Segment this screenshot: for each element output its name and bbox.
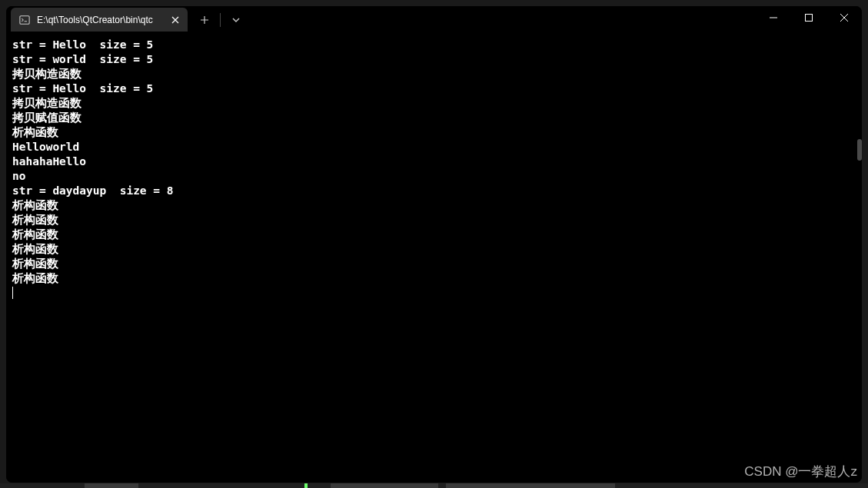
terminal-line: 析构函数 bbox=[12, 257, 856, 271]
taskbar-segment bbox=[85, 483, 138, 488]
svg-rect-1 bbox=[806, 15, 813, 22]
scrollbar-thumb[interactable] bbox=[857, 139, 862, 161]
terminal-line: 析构函数 bbox=[12, 271, 856, 286]
terminal-line: Helloworld bbox=[12, 140, 856, 154]
terminal-line: hahahaHello bbox=[12, 154, 856, 169]
maximize-button[interactable] bbox=[791, 6, 826, 29]
divider bbox=[220, 13, 221, 27]
terminal-line: 拷贝赋值函数 bbox=[12, 111, 856, 125]
tab-area: E:\qt\Tools\QtCreator\bin\qtc bbox=[6, 6, 253, 32]
titlebar: E:\qt\Tools\QtCreator\bin\qtc bbox=[6, 6, 862, 32]
close-tab-button[interactable] bbox=[169, 14, 181, 26]
terminal-line: str = daydayup size = 8 bbox=[12, 184, 856, 198]
taskbar-segment bbox=[446, 483, 615, 488]
terminal-line: 拷贝构造函数 bbox=[12, 67, 856, 81]
terminal-line: str = world size = 5 bbox=[12, 52, 856, 67]
svg-rect-0 bbox=[20, 15, 29, 24]
terminal-body[interactable]: str = Hello size = 5str = world size = 5… bbox=[6, 32, 862, 483]
tab-title: E:\qt\Tools\QtCreator\bin\qtc bbox=[37, 15, 163, 25]
watermark: CSDN @一拳超人z bbox=[744, 463, 857, 480]
scrollbar-track[interactable] bbox=[856, 32, 862, 483]
taskbar-segment bbox=[331, 483, 438, 488]
terminal-line: str = Hello size = 5 bbox=[12, 81, 856, 96]
prompt-line bbox=[12, 286, 856, 300]
terminal-line: 析构函数 bbox=[12, 213, 856, 227]
terminal-line: 析构函数 bbox=[12, 227, 856, 242]
terminal-line: 析构函数 bbox=[12, 198, 856, 213]
terminal-line: str = Hello size = 5 bbox=[12, 38, 856, 52]
cursor bbox=[12, 287, 13, 299]
minimize-button[interactable] bbox=[756, 6, 791, 29]
terminal-window: E:\qt\Tools\QtCreator\bin\qtc bbox=[6, 6, 862, 483]
tab-controls bbox=[188, 8, 253, 32]
terminal-line: 拷贝构造函数 bbox=[12, 96, 856, 111]
terminal-output: str = Hello size = 5str = world size = 5… bbox=[12, 38, 856, 286]
window-controls bbox=[756, 6, 862, 29]
new-tab-button[interactable] bbox=[194, 9, 215, 31]
taskbar-segment bbox=[304, 483, 308, 488]
terminal-line: 析构函数 bbox=[12, 125, 856, 140]
terminal-line: no bbox=[12, 169, 856, 184]
tab-dropdown-button[interactable] bbox=[225, 9, 247, 31]
terminal-line: 析构函数 bbox=[12, 242, 856, 257]
close-window-button[interactable] bbox=[826, 6, 862, 29]
active-tab[interactable]: E:\qt\Tools\QtCreator\bin\qtc bbox=[11, 8, 188, 32]
terminal-icon bbox=[18, 14, 31, 26]
